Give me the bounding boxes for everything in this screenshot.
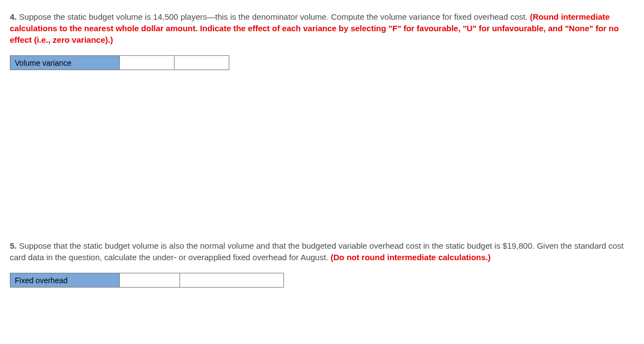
fixed-overhead-input-2[interactable] (180, 273, 283, 287)
volume-variance-input-1[interactable] (120, 56, 174, 70)
fixed-overhead-input-cell-2 (180, 273, 284, 288)
volume-variance-input-cell-1 (120, 56, 175, 70)
question-4-block: 4. Suppose the static budget volume is 1… (10, 11, 634, 70)
table-row: Volume variance (10, 56, 229, 70)
question-5-number: 5. (10, 241, 17, 250)
question-5-table: Fixed overhead (10, 273, 284, 288)
question-5-body: Suppose that the static budget volume is… (10, 241, 624, 262)
table-row: Fixed overhead (10, 273, 284, 288)
question-4-number: 4. (10, 12, 17, 21)
question-5-block: 5. Suppose that the static budget volume… (10, 240, 634, 288)
fixed-overhead-label: Fixed overhead (10, 273, 120, 288)
fixed-overhead-input-1[interactable] (120, 273, 179, 287)
question-5-text: 5. Suppose that the static budget volume… (10, 240, 634, 263)
spacer (10, 81, 634, 240)
question-4-body: Suppose the static budget volume is 14,5… (17, 12, 530, 21)
volume-variance-label: Volume variance (10, 56, 120, 70)
fixed-overhead-input-cell-1 (120, 273, 180, 288)
question-5-instruction: (Do not round intermediate calculations.… (330, 253, 491, 262)
question-4-text: 4. Suppose the static budget volume is 1… (10, 11, 634, 45)
volume-variance-input-2[interactable] (175, 56, 229, 70)
volume-variance-input-cell-2 (175, 56, 229, 70)
question-4-table: Volume variance (10, 55, 229, 70)
